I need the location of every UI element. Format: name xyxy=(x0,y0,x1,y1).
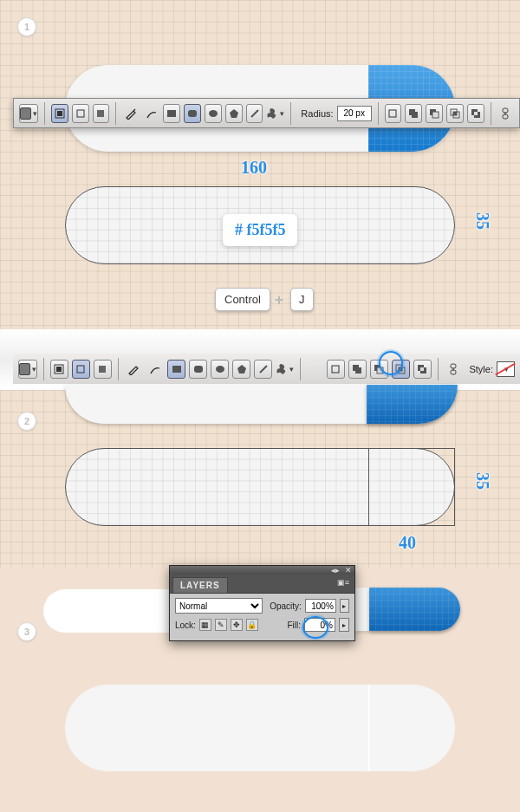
link-styles-button[interactable] xyxy=(445,360,463,379)
freeform-pen-button[interactable] xyxy=(143,104,160,123)
path-op-exclude-button[interactable] xyxy=(413,360,432,379)
lock-all-button[interactable]: 🔒 xyxy=(246,619,258,631)
step-badge-2: 2 xyxy=(17,412,36,431)
swatch-icon xyxy=(20,107,31,120)
path-new-icon xyxy=(330,364,341,374)
rounded-rect-tool-button[interactable] xyxy=(184,104,201,123)
toolbar-separator xyxy=(115,102,116,125)
anno-height-35a: 35 xyxy=(472,212,492,230)
rectangle-tool-button[interactable] xyxy=(163,104,180,123)
pen-tool-button[interactable] xyxy=(125,360,143,379)
layers-tab[interactable]: LAYERS xyxy=(172,577,228,593)
svg-rect-24 xyxy=(56,367,62,372)
path-op-add-button[interactable] xyxy=(405,104,422,123)
radius-input[interactable] xyxy=(337,106,372,121)
path-new-icon xyxy=(387,108,398,119)
style-swatch-none[interactable] xyxy=(497,361,515,377)
svg-rect-34 xyxy=(355,367,361,374)
lock-transparency-button[interactable]: ▦ xyxy=(199,619,211,631)
custom-shape-icon xyxy=(266,107,278,120)
path-mode-button[interactable] xyxy=(72,360,90,379)
ellipse-tool-button[interactable] xyxy=(205,104,222,123)
panel-body: Normal Opacity: ▸ Lock: ▦ ✎ ✥ 🔒 Fill: ▸ xyxy=(170,593,354,640)
shape-layer-icon xyxy=(55,108,65,119)
svg-rect-5 xyxy=(188,110,197,117)
toolbar-separator xyxy=(43,358,44,380)
lock-label: Lock: xyxy=(175,620,196,630)
lock-position-button[interactable]: ✥ xyxy=(231,619,243,631)
path-add-icon xyxy=(352,364,362,374)
ellipse-tool-button[interactable] xyxy=(211,360,229,379)
custom-shape-tool-button[interactable] xyxy=(266,104,284,123)
polygon-tool-button[interactable] xyxy=(225,104,243,123)
svg-rect-27 xyxy=(172,366,181,373)
rounded-rect-icon xyxy=(193,364,204,374)
fill-flyout-button[interactable]: ▸ xyxy=(339,618,349,632)
freeform-pen-button[interactable] xyxy=(146,360,165,379)
panel-close-icon[interactable]: ✕ xyxy=(345,566,352,575)
fill-label: Fill: xyxy=(287,620,301,630)
pen-icon xyxy=(125,107,137,120)
freeform-pen-icon xyxy=(146,107,158,120)
shape-layer-mode-button[interactable] xyxy=(51,104,68,123)
svg-rect-25 xyxy=(77,366,84,373)
path-op-new-button[interactable] xyxy=(327,360,345,379)
toolbar-separator xyxy=(44,102,45,125)
ellipse-icon xyxy=(215,364,225,374)
lock-image-button[interactable]: ✎ xyxy=(215,619,227,631)
line-tool-button[interactable] xyxy=(254,360,272,379)
path-mode-button[interactable] xyxy=(72,104,89,123)
path-excl-icon xyxy=(471,108,481,119)
svg-rect-16 xyxy=(453,112,457,115)
capsule-peek-blue xyxy=(367,385,458,424)
svg-rect-42 xyxy=(420,367,424,371)
highlight-ring-fill xyxy=(302,616,328,639)
opacity-input[interactable] xyxy=(305,599,336,613)
svg-rect-1 xyxy=(57,111,62,116)
rect-overlay-outline xyxy=(368,448,455,526)
svg-rect-26 xyxy=(99,366,106,373)
svg-line-8 xyxy=(251,110,258,117)
options-toolbar-2: Style: xyxy=(13,354,520,384)
path-op-intersect-button[interactable] xyxy=(446,104,464,123)
svg-marker-30 xyxy=(237,365,246,374)
freeform-pen-icon xyxy=(149,363,161,375)
polygon-tool-button[interactable] xyxy=(232,360,250,379)
shape-layers-dropdown[interactable] xyxy=(18,360,37,379)
opacity-flyout-button[interactable]: ▸ xyxy=(340,599,349,613)
tutorial-composite: 1 Radius: 160 35 # f5f5f5 Control + J xyxy=(0,0,520,812)
anno-width-160: 160 xyxy=(241,158,267,178)
svg-point-6 xyxy=(209,110,218,117)
fill-pixels-icon xyxy=(97,364,107,374)
line-tool-button[interactable] xyxy=(246,104,263,123)
shape-layers-dropdown[interactable] xyxy=(19,104,38,123)
anno-color-box: # f5f5f5 xyxy=(223,214,297,246)
line-icon xyxy=(258,364,269,374)
svg-rect-2 xyxy=(77,110,84,117)
path-op-subtract-button[interactable] xyxy=(426,104,443,123)
rectangle-tool-button[interactable] xyxy=(167,360,185,379)
shape-layer-mode-button[interactable] xyxy=(50,360,68,379)
custom-shape-tool-button[interactable] xyxy=(276,360,294,379)
path-op-add-button[interactable] xyxy=(348,360,367,379)
fill-pixels-mode-button[interactable] xyxy=(94,360,112,379)
fill-pixels-mode-button[interactable] xyxy=(93,104,110,123)
pen-tool-button[interactable] xyxy=(122,104,140,123)
radius-label: Radius: xyxy=(301,108,333,119)
style-label: Style: xyxy=(469,364,493,374)
path-excl-icon xyxy=(417,364,427,374)
link-styles-button[interactable] xyxy=(497,104,515,123)
rounded-rect-tool-button[interactable] xyxy=(189,360,207,379)
svg-marker-7 xyxy=(230,109,238,118)
link-icon xyxy=(449,363,458,375)
opacity-label: Opacity: xyxy=(270,601,302,611)
key-j: J xyxy=(290,288,314,311)
panel-menu-icon[interactable]: ▣≡ xyxy=(332,575,354,590)
panel-collapse-icon[interactable]: ◂▸ xyxy=(331,566,340,575)
path-op-new-button[interactable] xyxy=(385,104,402,123)
path-op-exclude-button[interactable] xyxy=(467,104,484,123)
path-mode-icon xyxy=(75,364,86,374)
blend-mode-select[interactable]: Normal xyxy=(175,598,263,614)
svg-rect-4 xyxy=(167,110,176,117)
line-icon xyxy=(250,108,260,119)
